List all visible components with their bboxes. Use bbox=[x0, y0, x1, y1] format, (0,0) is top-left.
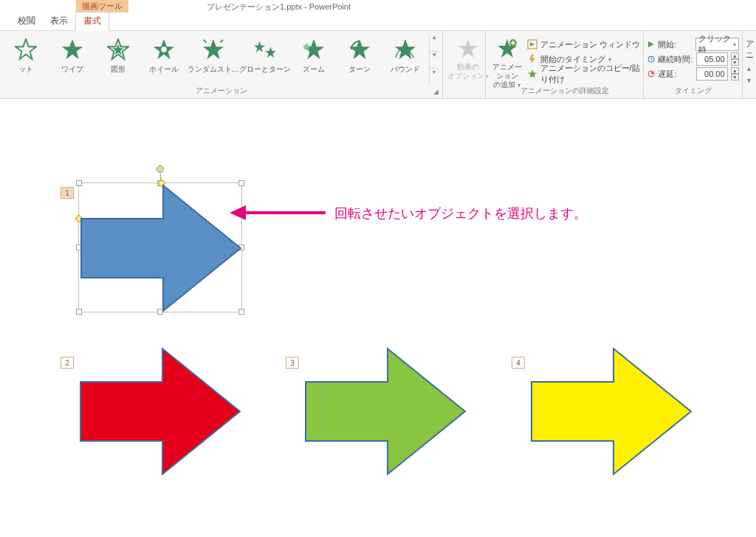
svg-marker-1 bbox=[62, 39, 83, 59]
anim-item-label: ターン bbox=[337, 64, 382, 75]
star-plus-icon bbox=[497, 38, 518, 59]
group-label-timing: タイミング bbox=[644, 86, 742, 96]
anim-item-7[interactable]: ターン bbox=[337, 34, 382, 86]
arrow-shape-green[interactable] bbox=[303, 346, 467, 476]
delay-down[interactable]: ▼ bbox=[731, 74, 739, 81]
trigger-icon bbox=[527, 54, 537, 64]
animation-tag-1[interactable]: 1 bbox=[61, 187, 74, 199]
gallery-up-button[interactable]: ▲ bbox=[430, 34, 439, 52]
star-icon bbox=[254, 38, 276, 61]
animation-pane-button[interactable]: アニメーション ウィンドウ bbox=[526, 37, 640, 52]
anim-item-2[interactable]: 図形 bbox=[95, 34, 141, 86]
anim-item-1[interactable]: ワイプ bbox=[49, 34, 94, 86]
pane-icon bbox=[527, 39, 537, 49]
add-animation-button[interactable]: アニメーションの追加 ▾ bbox=[489, 34, 526, 86]
callout-text: 回転させたいオブジェクトを選択します。 bbox=[334, 205, 587, 222]
rotation-handle[interactable] bbox=[157, 165, 164, 173]
arrow-shape-red[interactable] bbox=[78, 346, 242, 476]
delay-field[interactable]: 00.00 bbox=[696, 67, 727, 81]
animation-painter-label: アニメーションのコピー/貼り付け bbox=[540, 63, 640, 85]
star-icon bbox=[15, 38, 37, 61]
contextual-tab-label: 描画ツール bbox=[76, 0, 128, 13]
group-effect-options: 効果のオプション ▾ bbox=[443, 31, 486, 98]
svg-marker-10 bbox=[254, 41, 265, 52]
star-icon bbox=[458, 38, 478, 59]
animation-tag-3[interactable]: 3 bbox=[286, 357, 299, 369]
animation-tag-2[interactable]: 2 bbox=[61, 357, 74, 369]
group-animation: ット ワイプ 図形 ホイール ランダムスト… グローとターン bbox=[0, 31, 443, 98]
tab-format[interactable]: 書式 bbox=[75, 12, 109, 31]
svg-marker-32 bbox=[230, 205, 246, 220]
star-icon bbox=[153, 38, 175, 61]
arrow-shape-blue[interactable] bbox=[79, 183, 243, 313]
star-icon bbox=[348, 38, 371, 61]
star-icon bbox=[202, 38, 224, 61]
svg-line-8 bbox=[220, 40, 223, 43]
svg-marker-25 bbox=[648, 41, 654, 47]
anim-item-label: ワイプ bbox=[49, 64, 94, 75]
group-advanced-animation: アニメーションの追加 ▾ アニメーション ウィンドウ 開始のタイミング ▾ アニ… bbox=[486, 31, 644, 98]
anim-item-8[interactable]: バウンド bbox=[382, 34, 428, 86]
anim-item-label: ット bbox=[3, 64, 49, 75]
arrow-shape-yellow[interactable] bbox=[529, 346, 693, 476]
svg-marker-23 bbox=[529, 55, 535, 64]
svg-line-28 bbox=[651, 59, 653, 60]
group-label-advanced: アニメーションの詳細設定 bbox=[486, 86, 643, 96]
duration-down[interactable]: ▼ bbox=[731, 59, 739, 66]
gallery-scroll: ▲ ▼ ▾ bbox=[429, 34, 439, 86]
anim-item-6[interactable]: ズーム bbox=[291, 34, 337, 86]
move-later-button[interactable]: ▼ bbox=[746, 72, 753, 84]
ribbon-tabs: 校閲 表示 書式 bbox=[0, 15, 756, 31]
star-icon bbox=[303, 38, 325, 61]
star-icon bbox=[61, 38, 83, 61]
svg-marker-11 bbox=[265, 47, 276, 58]
reorder-label: アニ bbox=[746, 34, 753, 61]
delay-label: 遅延: bbox=[658, 69, 693, 80]
svg-point-5 bbox=[162, 47, 168, 52]
painter-icon bbox=[527, 69, 537, 79]
svg-marker-12 bbox=[303, 39, 324, 59]
anim-item-3[interactable]: ホイール bbox=[141, 34, 187, 86]
animation-gallery[interactable]: ット ワイプ 図形 ホイール ランダムスト… グローとターン bbox=[3, 34, 439, 86]
duration-label: 継続時間: bbox=[658, 54, 693, 65]
gallery-more-button[interactable]: ▾ bbox=[430, 69, 439, 86]
anim-item-4[interactable]: ランダムスト… bbox=[188, 34, 239, 86]
move-earlier-button[interactable]: ▲ bbox=[746, 61, 753, 72]
ribbon: ット ワイプ 図形 ホイール ランダムスト… グローとターン bbox=[0, 31, 756, 99]
svg-marker-16 bbox=[458, 39, 478, 58]
animation-painter-button[interactable]: アニメーションのコピー/貼り付け bbox=[526, 66, 640, 81]
play-icon bbox=[647, 40, 655, 49]
delay-up[interactable]: ▲ bbox=[731, 67, 739, 74]
selection-box[interactable] bbox=[78, 182, 242, 312]
tab-view[interactable]: 表示 bbox=[43, 13, 75, 30]
group-timing: 開始: クリック時▾ 継続時間: 05.00 ▲▼ 遅延: 00.00 ▲▼ タ… bbox=[644, 31, 743, 98]
delay-icon bbox=[647, 69, 655, 78]
delay-value: 00.00 bbox=[704, 69, 725, 78]
duration-spinner: ▲▼ bbox=[731, 52, 739, 66]
dialog-launcher-animation[interactable]: ◢ bbox=[432, 88, 439, 95]
document-title: プレゼンテーション1.pptx - PowerPoint bbox=[207, 1, 351, 13]
svg-marker-0 bbox=[16, 39, 36, 59]
duration-up[interactable]: ▲ bbox=[731, 52, 739, 59]
start-label: 開始: bbox=[658, 39, 693, 50]
anim-item-5[interactable]: グローとターン bbox=[239, 34, 291, 86]
svg-marker-30 bbox=[81, 185, 241, 311]
duration-value: 05.00 bbox=[704, 55, 725, 64]
tab-review[interactable]: 校閲 bbox=[10, 13, 43, 30]
svg-marker-22 bbox=[530, 42, 535, 47]
effect-options-line2: オプション bbox=[447, 72, 484, 80]
anim-item-label: ランダムスト… bbox=[188, 64, 239, 75]
star-icon bbox=[394, 38, 416, 61]
gallery-down-button[interactable]: ▼ bbox=[430, 52, 439, 69]
anim-item-0[interactable]: ット bbox=[3, 34, 49, 86]
slide-canvas[interactable]: 1 回転させたいオブジェクトを選択します。 2 3 4 bbox=[0, 99, 756, 537]
star-icon bbox=[107, 38, 129, 61]
group-label-animation: アニメーション bbox=[0, 86, 442, 96]
start-combo[interactable]: クリック時▾ bbox=[695, 38, 739, 51]
duration-field[interactable]: 05.00 bbox=[696, 52, 727, 66]
svg-marker-33 bbox=[80, 349, 240, 474]
animation-tag-4[interactable]: 4 bbox=[512, 357, 525, 369]
svg-marker-35 bbox=[532, 349, 691, 474]
svg-marker-24 bbox=[527, 69, 537, 78]
add-animation-line1: アニメーション bbox=[492, 63, 522, 80]
